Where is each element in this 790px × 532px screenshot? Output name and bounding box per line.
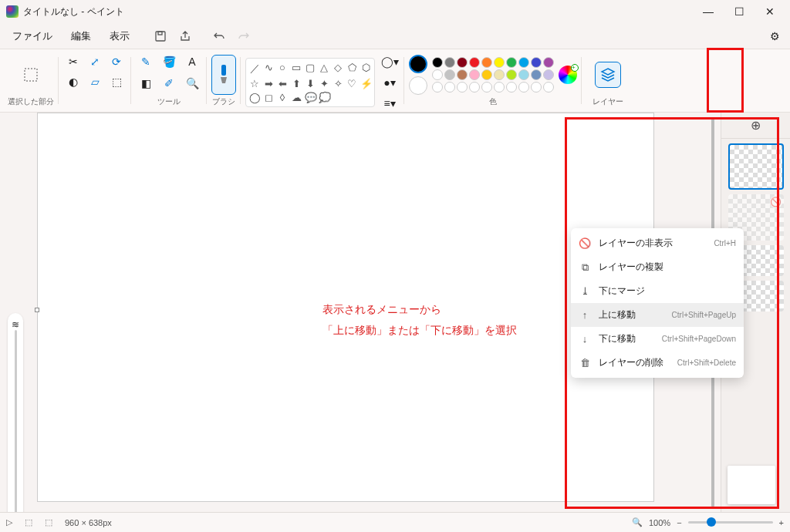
redo-button[interactable]	[233, 25, 255, 47]
maximize-button[interactable]: ☐	[731, 5, 747, 18]
context-menu-item[interactable]: ⤓下にマージ	[571, 279, 744, 303]
app-icon	[6, 5, 19, 18]
outline-button[interactable]: ◯▾	[380, 52, 400, 71]
layer-thumb-1[interactable]	[728, 143, 784, 190]
color-swatch-empty[interactable]	[518, 82, 529, 93]
pencil-tool[interactable]: ✎	[136, 52, 156, 71]
color-swatch[interactable]	[518, 69, 529, 80]
remove-bg-button[interactable]: ⬚	[106, 72, 127, 91]
color-swatch-empty[interactable]	[444, 82, 455, 93]
undo-button[interactable]	[208, 25, 230, 47]
color-swatch[interactable]	[494, 69, 505, 80]
window-title: タイトルなし - ペイント	[23, 5, 124, 19]
resize-button[interactable]: ⤢	[85, 52, 105, 71]
svg-rect-0	[156, 32, 165, 41]
color2[interactable]	[409, 76, 427, 95]
color1[interactable]	[409, 55, 427, 73]
menu-item-icon: 🗑	[579, 357, 591, 369]
eraser-tool[interactable]: ◧	[136, 74, 156, 93]
color-swatch-empty[interactable]	[432, 82, 443, 93]
context-menu-item[interactable]: ⧉レイヤーの複製	[571, 255, 744, 279]
color-swatch[interactable]	[543, 69, 554, 80]
fill-shape-button[interactable]: ●▾	[380, 73, 400, 92]
zoom-value: 100%	[649, 518, 670, 527]
zoom-slider[interactable]	[688, 521, 773, 524]
color-swatch[interactable]	[469, 57, 480, 68]
flip-button[interactable]: ◐	[63, 72, 83, 91]
color-swatch[interactable]	[506, 69, 517, 80]
save-button[interactable]	[150, 25, 171, 47]
skew-button[interactable]: ▱	[85, 72, 105, 91]
thickness-button[interactable]: ≡▾	[380, 94, 400, 113]
menu-view[interactable]: 表示	[102, 26, 137, 46]
color-swatch[interactable]	[457, 69, 468, 80]
canvas[interactable]	[37, 113, 654, 502]
settings-button[interactable]: ⚙	[764, 25, 785, 47]
context-menu-item[interactable]: 🗑レイヤーの削除Ctrl+Shift+Delete	[571, 351, 744, 375]
menu-edit[interactable]: 編集	[63, 26, 99, 46]
layers-button[interactable]	[595, 62, 621, 88]
color-swatch[interactable]	[506, 57, 517, 68]
color-swatch-empty[interactable]	[457, 82, 468, 93]
color-swatch-empty[interactable]	[469, 82, 480, 93]
svg-rect-1	[158, 32, 162, 35]
color-swatch[interactable]	[531, 57, 542, 68]
canvas-dimensions: 960 × 638px	[65, 518, 112, 527]
rotate-button[interactable]: ⟳	[106, 52, 127, 71]
menu-item-icon: ↑	[579, 309, 591, 321]
color-swatch-empty[interactable]	[543, 82, 554, 93]
cursor-icon: ▷	[6, 517, 12, 527]
crop-button[interactable]: ✂	[63, 52, 83, 71]
color-swatch[interactable]	[444, 57, 455, 68]
zoom-out-button[interactable]: 🔍	[632, 517, 643, 527]
statusbar: ▷ ⬚ ⬚ 960 × 638px 🔍 100% − +	[0, 512, 790, 532]
menu-item-icon: ⤓	[579, 285, 591, 297]
color-palette[interactable]	[432, 57, 554, 93]
visibility-off-icon: 🚫	[770, 196, 782, 208]
color-swatch-empty[interactable]	[531, 82, 542, 93]
color-swatch[interactable]	[432, 57, 443, 68]
minimize-button[interactable]: —	[701, 5, 716, 18]
context-menu-item[interactable]: ↑上に移動Ctrl+Shift+PageUp	[571, 303, 744, 327]
zoom-plus-button[interactable]: +	[779, 518, 784, 527]
menu-item-icon: ↓	[579, 333, 591, 345]
menu-file[interactable]: ファイル	[5, 26, 60, 46]
titlebar: タイトルなし - ペイント — ☐ ✕	[0, 0, 790, 23]
context-menu-item[interactable]: 🚫レイヤーの非表示Ctrl+H	[571, 231, 744, 255]
color-swatch[interactable]	[469, 69, 480, 80]
color-swatch[interactable]	[494, 57, 505, 68]
shapes-gallery[interactable]: ／∿○▭▢△◇⬠⬡ ☆➡⬅⬆⬇✦✧♡⚡ ◯◻◊☁💬💭	[245, 58, 375, 107]
color-swatch[interactable]	[481, 69, 492, 80]
color-swatch-empty[interactable]	[506, 82, 517, 93]
color-swatch[interactable]	[543, 57, 554, 68]
text-tool[interactable]: A	[182, 52, 202, 71]
close-button[interactable]: ✕	[762, 5, 778, 18]
menu-item-icon: 🚫	[579, 237, 591, 249]
color-swatch[interactable]	[457, 57, 468, 68]
ribbon: 選択した部分 ✂ ⤢ ⟳ ◐ ▱ ⬚ イメージ ✎ 🪣 A ◧ ✐ 🔍 ツール …	[0, 49, 790, 113]
color-swatch[interactable]	[481, 57, 492, 68]
menubar: ファイル 編集 表示 ⚙	[0, 23, 790, 49]
zoom-minus-button[interactable]: −	[677, 518, 681, 527]
magnifier-tool[interactable]: 🔍	[182, 74, 202, 93]
picker-tool[interactable]: ✐	[159, 74, 179, 93]
context-menu-item[interactable]: ↓下に移動Ctrl+Shift+PageDown	[571, 327, 744, 351]
color-swatch-empty[interactable]	[481, 82, 492, 93]
edit-colors-button[interactable]: +	[559, 66, 577, 84]
color-swatch[interactable]	[432, 69, 443, 80]
color-swatch-empty[interactable]	[494, 82, 505, 93]
share-button[interactable]	[174, 25, 196, 47]
selection-icon: ⬚	[25, 517, 32, 527]
selection-tool[interactable]	[17, 56, 45, 93]
svg-rect-3	[221, 65, 226, 76]
color-swatch[interactable]	[444, 69, 455, 80]
fill-tool[interactable]: 🪣	[159, 52, 179, 71]
add-layer-button[interactable]: ⊕	[721, 113, 790, 139]
menu-item-icon: ⧉	[579, 261, 591, 274]
color-swatch[interactable]	[518, 57, 529, 68]
minimap[interactable]	[728, 466, 775, 504]
brush-size-slider[interactable]: ≋ •	[8, 313, 23, 532]
brush-tool[interactable]	[211, 55, 236, 95]
color-swatch[interactable]	[531, 69, 542, 80]
layer-context-menu: 🚫レイヤーの非表示Ctrl+H⧉レイヤーの複製⤓下にマージ↑上に移動Ctrl+S…	[571, 228, 744, 378]
